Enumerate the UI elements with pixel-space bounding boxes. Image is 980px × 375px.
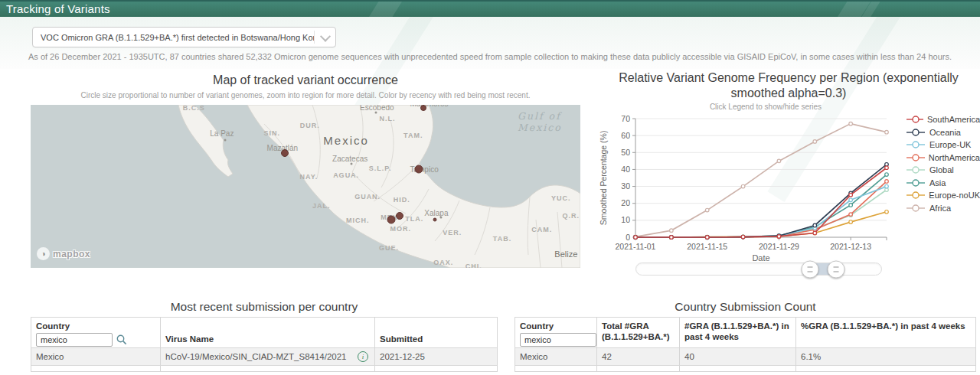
legend-label: Europe-noUK (929, 191, 980, 200)
header-cell: Submitted (375, 318, 497, 348)
variant-occurrence-marker[interactable] (420, 105, 426, 111)
legend-marker-icon (906, 141, 926, 148)
table-cell[interactable]: Mexico (515, 348, 597, 366)
variant-occurrence-marker[interactable] (387, 215, 396, 223)
x-axis-label: Date (752, 253, 769, 262)
column-label: Submitted (380, 334, 423, 344)
variant-occurrence-marker[interactable] (414, 165, 423, 174)
header-cell: Virus Name (161, 318, 375, 348)
chevron-down-icon (319, 31, 330, 41)
city-dot (224, 139, 227, 141)
svg-text:2021-11-15: 2021-11-15 (687, 242, 727, 251)
range-slider[interactable] (635, 262, 882, 276)
table-cell[interactable]: 42 (597, 348, 680, 366)
recent-submissions-table: CountryVirus NameSubmittedMexicohCoV-19/… (31, 317, 498, 372)
frequency-chart-panel: Relative Variant Genome Frequency per Re… (597, 69, 980, 291)
legend-marker-icon (906, 129, 926, 136)
legend-label: Asia (929, 178, 946, 188)
column-label: Virus Name (165, 334, 214, 344)
table-cell[interactable]: Mexico (31, 348, 161, 366)
legend-item-Asia[interactable]: Asia (906, 177, 980, 190)
mapbox-icon: ◑ (37, 247, 50, 260)
app-header: Tracking of Variants (0, 0, 980, 17)
table-cell[interactable]: 6.1% (796, 348, 975, 366)
svg-text:2021-11-29: 2021-11-29 (759, 242, 799, 251)
series-Africa (635, 124, 887, 237)
legend-item-Oceania[interactable]: Oceania (906, 126, 980, 139)
info-icon[interactable]: i (358, 351, 368, 362)
table-row: MexicohCoV-19/Mexico/SIN_CIAD-MZT_S8414/… (31, 348, 497, 366)
svg-text:30: 30 (621, 181, 630, 191)
city-dot (350, 162, 352, 165)
table-cell[interactable]: 40 (680, 348, 796, 366)
map-base-layer (31, 105, 580, 268)
mapbox-logo: ◑ mapbox (37, 247, 90, 260)
legend-label: NorthAmerica (929, 153, 980, 162)
svg-text:0: 0 (626, 233, 630, 242)
page-title: Tracking of Variants (6, 2, 110, 15)
country-filter-input[interactable] (520, 333, 596, 347)
table-header-row: CountryTotal #GRA (B.1.1.529+BA.*)#GRA (… (515, 318, 975, 348)
legend-marker-icon (906, 191, 925, 199)
table-row: Mexico42406.1% (515, 348, 975, 366)
map-subtitle: Circle size proportional to number of va… (31, 91, 580, 99)
variant-tracking-dashboard: Tracking of Variants VOC Omicron GRA (B.… (0, 0, 980, 375)
table-header-row: CountryVirus NameSubmitted (31, 318, 497, 348)
legend-label: Europe-UK (929, 140, 971, 149)
legend-item-Europe-noUK[interactable]: Europe-noUK (906, 189, 980, 202)
svg-text:10: 10 (621, 215, 630, 224)
series-SouthAmerica (635, 168, 887, 237)
variant-selector-dropdown[interactable]: VOC Omicron GRA (B.1.1.529+BA.*) first d… (32, 27, 336, 47)
notice-text: As of 26 December 2021 - 1935UTC, 87 cou… (0, 52, 980, 61)
legend-label: Africa (929, 204, 951, 213)
table-footer-strip (31, 366, 497, 371)
city-dot (374, 111, 377, 113)
dropdown-arrow-zone[interactable] (314, 31, 335, 44)
submission-count-table: CountryTotal #GRA (B.1.1.529+BA.*)#GRA (… (514, 317, 976, 372)
range-slider-handle-left[interactable] (802, 260, 819, 278)
table-cell[interactable]: hCoV-19/Mexico/SIN_CIAD-MZT_S8414/2021i (161, 348, 375, 366)
line-chart[interactable]: 0102030405060702021-11-012021-11-152021-… (597, 111, 896, 268)
svg-text:70: 70 (621, 114, 630, 123)
search-icon[interactable] (116, 334, 127, 345)
legend-marker-icon (906, 116, 923, 123)
country-filter-input[interactable] (36, 333, 113, 347)
table-cell[interactable]: 2021-12-25 (375, 348, 497, 366)
recent-table-title: Most recent submission per country (31, 300, 498, 314)
legend-item-Global[interactable]: Global (906, 164, 980, 177)
header-cell: Country (31, 318, 161, 348)
svg-text:20: 20 (621, 198, 630, 207)
svg-text:2021-11-01: 2021-11-01 (616, 242, 656, 251)
table-footer-strip (515, 366, 975, 371)
legend-item-NorthAmerica[interactable]: NorthAmerica (906, 152, 980, 165)
legend-marker-icon (906, 179, 926, 187)
svg-text:50: 50 (621, 148, 630, 157)
legend-marker-icon (906, 154, 925, 161)
svg-text:2021-12-13: 2021-12-13 (830, 242, 871, 251)
column-label: #GRA (B.1.1.529+BA.*) in past 4 weeks (684, 321, 791, 344)
grip-icon (808, 266, 813, 272)
grip-icon (834, 266, 839, 272)
variant-occurrence-marker[interactable] (433, 217, 437, 221)
legend-marker-icon (906, 204, 926, 212)
svg-text:40: 40 (621, 165, 630, 174)
mapbox-wordmark: mapbox (53, 249, 90, 259)
chart-title: Relative Variant Genome Frequency per Re… (597, 70, 980, 101)
header-cell: #GRA (B.1.1.529+BA.*) in past 4 weeks (680, 318, 796, 348)
variant-occurrence-marker[interactable] (396, 212, 403, 220)
variant-occurrence-marker[interactable] (281, 149, 289, 157)
column-label: Country (520, 321, 592, 331)
chart-subtitle: Click Legend to show/hide series (597, 103, 934, 111)
range-slider-handle-right[interactable] (828, 260, 845, 278)
legend-item-Africa[interactable]: Africa (906, 202, 980, 215)
chart-legend: SouthAmericaOceaniaEurope-UKNorthAmerica… (906, 113, 980, 214)
legend-item-Europe-UK[interactable]: Europe-UK (906, 139, 980, 152)
legend-label: SouthAmerica (927, 115, 980, 124)
legend-label: Global (929, 165, 954, 174)
variant-map[interactable]: ◑ mapbox B.C.SEscobedoMatamorosN.L.DUR.S… (31, 105, 580, 268)
column-label: Country (36, 321, 155, 331)
header-cell: Country (515, 318, 597, 348)
column-label: %GRA (B.1.1.529+BA.*) in past 4 weeks (801, 321, 965, 344)
header-cell: Total #GRA (B.1.1.529+BA.*) (597, 318, 680, 348)
legend-item-SouthAmerica[interactable]: SouthAmerica (906, 113, 980, 126)
